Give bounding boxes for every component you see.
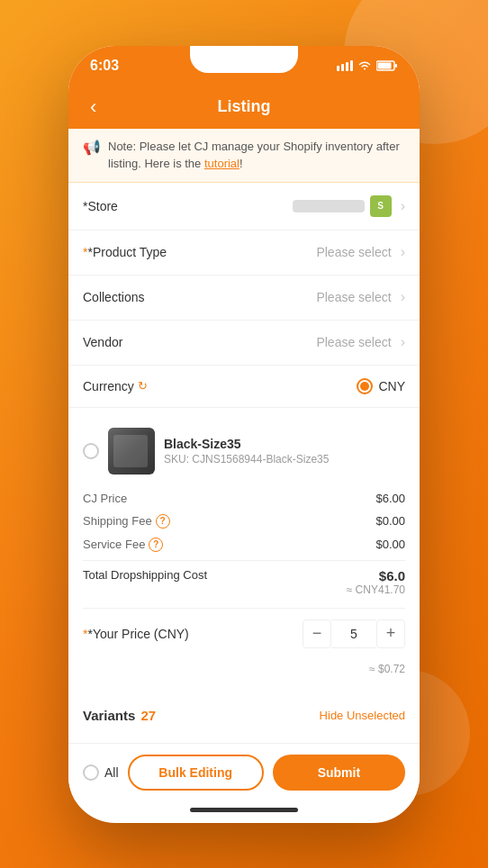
price-stepper: − + <box>303 619 405 648</box>
price-table: CJ Price $6.00 Shipping Fee ? $0.00 Serv… <box>83 487 405 675</box>
total-usd: $6.0 <box>347 568 405 583</box>
shipping-fee-row: Shipping Fee ? $0.00 <box>83 510 405 533</box>
home-indicator <box>68 801 420 823</box>
all-checkbox-input[interactable] <box>83 764 99 781</box>
product-header: Black-Size35 SKU: CJNS1568944-Black-Size… <box>83 428 405 475</box>
your-price-label: **Your Price (CNY) <box>83 627 189 641</box>
variants-header: Variants 27 Hide Unselected <box>83 708 405 723</box>
stepper-plus-button[interactable]: + <box>376 619 405 648</box>
product-type-value: Please select › <box>182 244 405 260</box>
notice-banner: 📢 Note: Please let CJ manage your Shopif… <box>68 129 420 183</box>
total-cny: ≈ CNY41.70 <box>347 583 405 596</box>
variants-section: Variants 27 Hide Unselected <box>68 695 420 736</box>
svg-rect-3 <box>350 60 353 71</box>
form-section: *Store S › **Product Type Please select … <box>68 183 420 408</box>
service-fee-label: Service Fee ? <box>83 538 163 552</box>
svg-rect-6 <box>378 62 392 68</box>
shipping-fee-value: $0.00 <box>375 514 405 528</box>
product-thumbnail <box>108 428 155 475</box>
store-chevron: › <box>401 198 405 214</box>
product-sku: SKU: CJNS1568944-Black-Size35 <box>164 453 405 466</box>
product-name: Black-Size35 <box>164 437 405 451</box>
bottom-bar: All Bulk Editing Submit <box>68 743 420 801</box>
store-blurred <box>293 200 365 212</box>
status-time: 6:03 <box>90 58 119 74</box>
battery-icon <box>376 60 398 71</box>
product-type-row[interactable]: **Product Type Please select › <box>68 231 420 276</box>
status-icons <box>337 60 398 71</box>
store-row[interactable]: *Store S › <box>68 183 420 231</box>
svg-rect-5 <box>395 64 397 68</box>
cj-price-label: CJ Price <box>83 492 127 505</box>
shipping-fee-label: Shipping Fee ? <box>83 514 170 529</box>
service-help-icon[interactable]: ? <box>149 538 163 552</box>
cj-price-value: $6.00 <box>375 492 405 505</box>
refresh-icon[interactable]: ↻ <box>138 379 148 393</box>
thumb-image <box>108 428 155 475</box>
svg-rect-1 <box>341 64 344 71</box>
variants-count: 27 <box>140 708 156 723</box>
store-label: *Store <box>83 199 182 213</box>
product-select-radio[interactable] <box>83 443 99 459</box>
vendor-value: Please select › <box>182 334 405 350</box>
phone-frame: 6:03 ‹ Listing 📢 <box>68 46 420 823</box>
store-value: S › <box>182 195 405 217</box>
submit-button[interactable]: Submit <box>273 755 405 791</box>
svg-rect-2 <box>346 62 348 71</box>
svg-rect-0 <box>337 66 339 71</box>
all-label: All <box>104 765 119 780</box>
nav-bar: ‹ Listing <box>68 86 420 129</box>
tutorial-link[interactable]: tutorial <box>204 157 239 170</box>
service-fee-row: Service Fee ? $0.00 <box>83 533 405 556</box>
bulk-editing-button[interactable]: Bulk Editing <box>128 755 264 791</box>
product-type-chevron: › <box>401 244 405 260</box>
currency-label: Currency ↻ <box>83 379 148 393</box>
product-type-label-text: *Product Type <box>87 245 167 259</box>
home-bar <box>190 808 298 812</box>
notice-text: Note: Please let CJ manage your Shopify … <box>108 138 405 173</box>
total-label: Total Dropshipping Cost <box>83 568 207 582</box>
product-card: Black-Size35 SKU: CJNS1568944-Black-Size… <box>68 415 420 688</box>
notice-icon: 📢 <box>83 139 101 156</box>
product-info: Black-Size35 SKU: CJNS1568944-Black-Size… <box>164 437 405 466</box>
signal-icon <box>337 60 353 71</box>
currency-row: Currency ↻ CNY <box>68 366 420 408</box>
collections-value: Please select › <box>182 289 405 305</box>
collections-placeholder: Please select <box>316 290 391 304</box>
approx-usd: ≈ $0.72 <box>83 663 405 675</box>
vendor-row[interactable]: Vendor Please select › <box>68 321 420 366</box>
shipping-help-icon[interactable]: ? <box>156 514 170 529</box>
notch <box>190 46 298 73</box>
stepper-minus-button[interactable]: − <box>303 619 331 648</box>
product-type-placeholder: Please select <box>316 245 391 259</box>
page-title: Listing <box>218 97 271 116</box>
product-type-label: **Product Type <box>83 245 182 259</box>
currency-value: CNY <box>148 378 405 394</box>
total-row: Total Dropshipping Cost $6.0 ≈ CNY41.70 <box>83 560 405 601</box>
wifi-icon <box>357 60 372 71</box>
back-button[interactable]: ‹ <box>83 92 104 122</box>
your-price-row: **Your Price (CNY) − + <box>83 608 405 659</box>
vendor-chevron: › <box>401 334 405 350</box>
cj-price-row: CJ Price $6.00 <box>83 487 405 510</box>
collections-row[interactable]: Collections Please select › <box>68 276 420 321</box>
variants-title: Variants 27 <box>83 708 156 723</box>
shopify-badge: S <box>370 195 392 217</box>
vendor-placeholder: Please select <box>316 335 391 349</box>
collections-chevron: › <box>401 289 405 305</box>
currency-text: CNY <box>378 379 405 393</box>
total-values: $6.0 ≈ CNY41.70 <box>347 568 405 596</box>
stepper-input[interactable] <box>331 619 376 648</box>
service-fee-value: $0.00 <box>375 538 405 551</box>
currency-radio[interactable] <box>357 378 373 394</box>
vendor-label: Vendor <box>83 335 182 349</box>
all-checkbox[interactable]: All <box>83 764 119 781</box>
collections-label: Collections <box>83 290 182 304</box>
hide-unselected-button[interactable]: Hide Unselected <box>320 709 405 722</box>
